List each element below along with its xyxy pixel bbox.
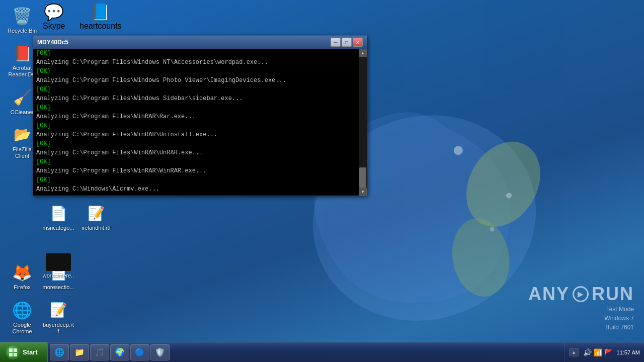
irelandhit-image: 📝 — [86, 203, 106, 223]
cmd-close-button[interactable]: ✕ — [353, 38, 363, 47]
action-center-icon[interactable]: 🚩 — [604, 348, 613, 356]
skype-desktop-icon[interactable]: 💬 Skype — [43, 3, 65, 31]
recycle-bin-image: 🗑️ — [12, 6, 32, 26]
start-orb — [6, 345, 20, 359]
speaker-icon[interactable]: 🔊 — [583, 348, 592, 356]
explorer-icon: 📁 — [74, 347, 85, 357]
skype-image: 💬 — [44, 3, 64, 22]
system-tray: ▲ 🔊 📶 🚩 11:57 AM — [565, 342, 644, 362]
cmd-controls: ─ □ ✕ — [331, 38, 363, 47]
chrome-image: 🌐 — [12, 300, 32, 320]
systray-time-display: 11:57 AM — [617, 349, 640, 355]
msncatego-image: 📄 — [48, 203, 68, 223]
anyrun-watermark-line2: Windows 7 — [604, 314, 634, 323]
buyerdeep-label: buyerdeep.rtf — [42, 322, 74, 335]
cmd-title: MDY40Dc5 — [37, 39, 331, 46]
recycle-bin-label: Recycle Bin — [8, 28, 37, 34]
ccleaner-image: 🧹 — [12, 87, 32, 108]
acrobat-reader-image: 📕 — [12, 43, 32, 63]
systray-icons: 🔊 📶 🚩 — [583, 348, 613, 356]
desktop-icons-mid: 📄 msncatego... — [40, 201, 76, 233]
taskbar-chrome-button[interactable]: 🌍 — [110, 344, 129, 360]
firefox-image: 🦊 — [12, 262, 32, 283]
chrome-label: Google Chrome — [6, 322, 38, 335]
taskbar-ie2-button[interactable]: 🔵 — [130, 344, 149, 360]
cmd-scroll-up-button[interactable]: ▲ — [359, 49, 367, 57]
svg-rect-9 — [14, 353, 17, 356]
taskbar-items: 🌐 📁 🎵 🌍 🔵 🛡️ — [48, 344, 565, 360]
anyrun-watermark: ANY ▶ RUN Test Mode Windows 7 Build 7601 — [528, 284, 634, 332]
anyrun-play-icon: ▶ — [573, 286, 589, 302]
cmd-maximize-button[interactable]: □ — [342, 38, 352, 47]
svg-rect-7 — [14, 348, 17, 352]
systray-clock[interactable]: 11:57 AM — [617, 349, 640, 355]
skype-label: Skype — [43, 22, 65, 31]
svg-rect-6 — [9, 348, 13, 352]
cmd-scroll-track[interactable] — [359, 57, 367, 188]
ie-icon: 🌐 — [54, 347, 64, 357]
security-icon: 🛡️ — [155, 347, 165, 357]
start-button[interactable]: Start — [0, 342, 48, 362]
windows-orb-icon — [9, 348, 18, 357]
anyrun-watermark-line3: Build 7601 — [604, 323, 634, 332]
heartcounts-image: 📘 — [91, 3, 111, 22]
chrome-taskbar-icon: 🌍 — [115, 347, 125, 357]
firefox-label: Firefox — [14, 284, 31, 291]
taskbar-wmp-button[interactable]: 🎵 — [90, 344, 109, 360]
taskbar-security-button[interactable]: 🛡️ — [150, 344, 170, 360]
taskbar-ie-button[interactable]: 🌐 — [50, 344, 69, 360]
taskbar: Start 🌐 📁 🎵 🌍 🔵 🛡️ ▲ — [0, 342, 644, 362]
start-label: Start — [23, 348, 38, 356]
recycle-bin-icon[interactable]: 🗑️ Recycle Bin — [4, 4, 40, 36]
desktop: 🗑️ Recycle Bin 📕 Acrobat Reader DC 🧹 CCl… — [0, 0, 644, 362]
cmd-scrollbar[interactable]: ▲ ▼ — [359, 49, 367, 196]
cmd-minimize-button[interactable]: ─ — [331, 38, 341, 47]
cmd-scroll-down-button[interactable]: ▼ — [359, 188, 367, 196]
notify-expand-button[interactable]: ▲ — [569, 348, 579, 356]
cmd-titlebar: MDY40Dc5 ─ □ ✕ — [33, 36, 367, 49]
desktop-icons-mid2: 📝 irelandhit.rtf — [78, 201, 114, 233]
worksintere-icon[interactable]: worksintere... — [40, 251, 76, 288]
desktop-icons-worksintere: worksintere... — [40, 251, 76, 288]
buyerdeep-icon[interactable]: 📝 buyerdeep.rtf — [40, 298, 76, 337]
worksintere-label: worksintere... — [42, 273, 74, 286]
msncatego-label: msncatego... — [43, 225, 74, 231]
filezilla-image: 📂 — [12, 125, 32, 145]
network-icon[interactable]: 📶 — [594, 348, 602, 356]
svg-point-3 — [454, 146, 463, 155]
cmd-window: MDY40Dc5 ─ □ ✕ [OK]Analyzing C:\Program … — [33, 35, 367, 196]
ccleaner-label: CCleaner — [11, 109, 34, 116]
irelandhit-label: irelandhit.rtf — [82, 225, 110, 231]
anyrun-text-any: ANY — [528, 284, 570, 305]
cmd-content[interactable]: [OK]Analyzing C:\Program Files\Windows M… — [33, 49, 359, 196]
svg-point-5 — [490, 227, 495, 232]
ie2-icon: 🔵 — [135, 347, 145, 357]
anyrun-info: Test Mode Windows 7 Build 7601 — [604, 305, 634, 332]
anyrun-text-run: RUN — [592, 284, 634, 305]
svg-point-4 — [506, 193, 512, 198]
firefox-icon[interactable]: 🦊 Firefox — [4, 260, 40, 293]
svg-rect-8 — [9, 353, 13, 356]
cmd-scroll-thumb[interactable] — [359, 167, 366, 188]
irelandhit-icon[interactable]: 📝 irelandhit.rtf — [78, 201, 114, 233]
anyrun-logo: ANY ▶ RUN — [528, 284, 634, 305]
wmp-icon: 🎵 — [95, 347, 105, 357]
worksintere-image — [46, 253, 71, 271]
msncatego-icon[interactable]: 📄 msncatego... — [40, 201, 76, 233]
buyerdeep-image: 📝 — [48, 300, 68, 320]
taskbar-explorer-button[interactable]: 📁 — [70, 344, 89, 360]
anyrun-watermark-line1: Test Mode — [604, 305, 634, 314]
chrome-icon[interactable]: 🌐 Google Chrome — [4, 298, 40, 337]
heartcounts-desktop-icon[interactable]: 📘 heartcounts — [79, 3, 122, 31]
cmd-body: [OK]Analyzing C:\Program Files\Windows M… — [33, 49, 367, 196]
heartcounts-label: heartcounts — [79, 22, 122, 31]
desktop-icons-bottom-left: 🦊 Firefox 🌐 Google Chrome — [4, 260, 40, 337]
